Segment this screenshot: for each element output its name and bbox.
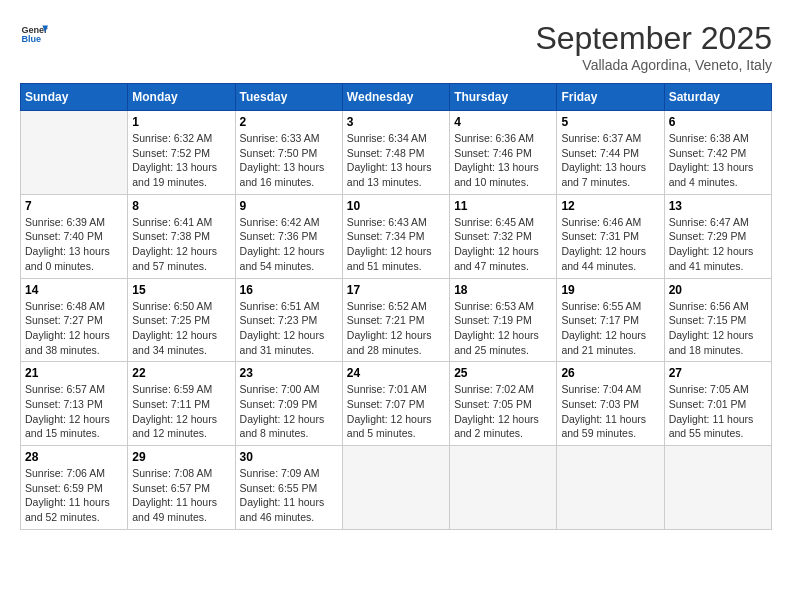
day-detail: Sunrise: 6:39 AM Sunset: 7:40 PM Dayligh…	[25, 215, 123, 274]
calendar-cell	[450, 446, 557, 530]
day-number: 16	[240, 283, 338, 297]
calendar-week-5: 28Sunrise: 7:06 AM Sunset: 6:59 PM Dayli…	[21, 446, 772, 530]
calendar-week-3: 14Sunrise: 6:48 AM Sunset: 7:27 PM Dayli…	[21, 278, 772, 362]
day-number: 29	[132, 450, 230, 464]
calendar-cell: 5Sunrise: 6:37 AM Sunset: 7:44 PM Daylig…	[557, 111, 664, 195]
calendar-cell: 25Sunrise: 7:02 AM Sunset: 7:05 PM Dayli…	[450, 362, 557, 446]
day-number: 19	[561, 283, 659, 297]
calendar-cell: 22Sunrise: 6:59 AM Sunset: 7:11 PM Dayli…	[128, 362, 235, 446]
day-detail: Sunrise: 6:42 AM Sunset: 7:36 PM Dayligh…	[240, 215, 338, 274]
calendar-cell: 16Sunrise: 6:51 AM Sunset: 7:23 PM Dayli…	[235, 278, 342, 362]
calendar-cell: 2Sunrise: 6:33 AM Sunset: 7:50 PM Daylig…	[235, 111, 342, 195]
calendar-cell: 19Sunrise: 6:55 AM Sunset: 7:17 PM Dayli…	[557, 278, 664, 362]
column-header-wednesday: Wednesday	[342, 84, 449, 111]
calendar-cell	[664, 446, 771, 530]
calendar-cell: 11Sunrise: 6:45 AM Sunset: 7:32 PM Dayli…	[450, 194, 557, 278]
day-detail: Sunrise: 6:43 AM Sunset: 7:34 PM Dayligh…	[347, 215, 445, 274]
day-detail: Sunrise: 7:01 AM Sunset: 7:07 PM Dayligh…	[347, 382, 445, 441]
calendar-cell: 29Sunrise: 7:08 AM Sunset: 6:57 PM Dayli…	[128, 446, 235, 530]
column-header-friday: Friday	[557, 84, 664, 111]
day-detail: Sunrise: 6:45 AM Sunset: 7:32 PM Dayligh…	[454, 215, 552, 274]
day-number: 25	[454, 366, 552, 380]
title-block: September 2025 Vallada Agordina, Veneto,…	[535, 20, 772, 73]
calendar-cell: 23Sunrise: 7:00 AM Sunset: 7:09 PM Dayli…	[235, 362, 342, 446]
day-detail: Sunrise: 6:36 AM Sunset: 7:46 PM Dayligh…	[454, 131, 552, 190]
day-detail: Sunrise: 7:00 AM Sunset: 7:09 PM Dayligh…	[240, 382, 338, 441]
day-number: 2	[240, 115, 338, 129]
day-number: 13	[669, 199, 767, 213]
day-detail: Sunrise: 7:04 AM Sunset: 7:03 PM Dayligh…	[561, 382, 659, 441]
calendar-body: 1Sunrise: 6:32 AM Sunset: 7:52 PM Daylig…	[21, 111, 772, 530]
day-detail: Sunrise: 7:05 AM Sunset: 7:01 PM Dayligh…	[669, 382, 767, 441]
calendar-table: SundayMondayTuesdayWednesdayThursdayFrid…	[20, 83, 772, 530]
day-detail: Sunrise: 6:41 AM Sunset: 7:38 PM Dayligh…	[132, 215, 230, 274]
calendar-cell: 27Sunrise: 7:05 AM Sunset: 7:01 PM Dayli…	[664, 362, 771, 446]
calendar-cell: 21Sunrise: 6:57 AM Sunset: 7:13 PM Dayli…	[21, 362, 128, 446]
day-headers-row: SundayMondayTuesdayWednesdayThursdayFrid…	[21, 84, 772, 111]
calendar-cell: 12Sunrise: 6:46 AM Sunset: 7:31 PM Dayli…	[557, 194, 664, 278]
day-detail: Sunrise: 7:08 AM Sunset: 6:57 PM Dayligh…	[132, 466, 230, 525]
calendar-cell: 26Sunrise: 7:04 AM Sunset: 7:03 PM Dayli…	[557, 362, 664, 446]
day-number: 27	[669, 366, 767, 380]
day-detail: Sunrise: 6:57 AM Sunset: 7:13 PM Dayligh…	[25, 382, 123, 441]
calendar-week-2: 7Sunrise: 6:39 AM Sunset: 7:40 PM Daylig…	[21, 194, 772, 278]
day-detail: Sunrise: 6:33 AM Sunset: 7:50 PM Dayligh…	[240, 131, 338, 190]
calendar-cell: 18Sunrise: 6:53 AM Sunset: 7:19 PM Dayli…	[450, 278, 557, 362]
column-header-thursday: Thursday	[450, 84, 557, 111]
day-number: 26	[561, 366, 659, 380]
calendar-cell: 14Sunrise: 6:48 AM Sunset: 7:27 PM Dayli…	[21, 278, 128, 362]
calendar-cell: 13Sunrise: 6:47 AM Sunset: 7:29 PM Dayli…	[664, 194, 771, 278]
day-detail: Sunrise: 7:09 AM Sunset: 6:55 PM Dayligh…	[240, 466, 338, 525]
calendar-header: SundayMondayTuesdayWednesdayThursdayFrid…	[21, 84, 772, 111]
day-number: 8	[132, 199, 230, 213]
day-number: 22	[132, 366, 230, 380]
day-detail: Sunrise: 6:56 AM Sunset: 7:15 PM Dayligh…	[669, 299, 767, 358]
calendar-cell: 10Sunrise: 6:43 AM Sunset: 7:34 PM Dayli…	[342, 194, 449, 278]
day-detail: Sunrise: 6:52 AM Sunset: 7:21 PM Dayligh…	[347, 299, 445, 358]
logo-icon: General Blue	[20, 20, 48, 48]
calendar-cell: 3Sunrise: 6:34 AM Sunset: 7:48 PM Daylig…	[342, 111, 449, 195]
day-number: 3	[347, 115, 445, 129]
day-number: 9	[240, 199, 338, 213]
day-detail: Sunrise: 6:50 AM Sunset: 7:25 PM Dayligh…	[132, 299, 230, 358]
day-number: 14	[25, 283, 123, 297]
calendar-cell: 9Sunrise: 6:42 AM Sunset: 7:36 PM Daylig…	[235, 194, 342, 278]
column-header-monday: Monday	[128, 84, 235, 111]
calendar-cell: 24Sunrise: 7:01 AM Sunset: 7:07 PM Dayli…	[342, 362, 449, 446]
day-detail: Sunrise: 6:48 AM Sunset: 7:27 PM Dayligh…	[25, 299, 123, 358]
day-number: 12	[561, 199, 659, 213]
column-header-saturday: Saturday	[664, 84, 771, 111]
column-header-tuesday: Tuesday	[235, 84, 342, 111]
page-header: General Blue September 2025 Vallada Agor…	[20, 20, 772, 73]
day-number: 11	[454, 199, 552, 213]
day-detail: Sunrise: 6:38 AM Sunset: 7:42 PM Dayligh…	[669, 131, 767, 190]
day-detail: Sunrise: 6:37 AM Sunset: 7:44 PM Dayligh…	[561, 131, 659, 190]
day-number: 24	[347, 366, 445, 380]
day-number: 20	[669, 283, 767, 297]
day-number: 30	[240, 450, 338, 464]
day-detail: Sunrise: 7:06 AM Sunset: 6:59 PM Dayligh…	[25, 466, 123, 525]
calendar-week-1: 1Sunrise: 6:32 AM Sunset: 7:52 PM Daylig…	[21, 111, 772, 195]
svg-text:Blue: Blue	[21, 34, 41, 44]
day-number: 10	[347, 199, 445, 213]
day-number: 5	[561, 115, 659, 129]
day-detail: Sunrise: 6:55 AM Sunset: 7:17 PM Dayligh…	[561, 299, 659, 358]
calendar-cell: 1Sunrise: 6:32 AM Sunset: 7:52 PM Daylig…	[128, 111, 235, 195]
day-detail: Sunrise: 7:02 AM Sunset: 7:05 PM Dayligh…	[454, 382, 552, 441]
day-number: 7	[25, 199, 123, 213]
day-number: 17	[347, 283, 445, 297]
day-detail: Sunrise: 6:34 AM Sunset: 7:48 PM Dayligh…	[347, 131, 445, 190]
calendar-cell: 20Sunrise: 6:56 AM Sunset: 7:15 PM Dayli…	[664, 278, 771, 362]
day-detail: Sunrise: 6:51 AM Sunset: 7:23 PM Dayligh…	[240, 299, 338, 358]
day-detail: Sunrise: 6:47 AM Sunset: 7:29 PM Dayligh…	[669, 215, 767, 274]
day-number: 15	[132, 283, 230, 297]
calendar-cell: 30Sunrise: 7:09 AM Sunset: 6:55 PM Dayli…	[235, 446, 342, 530]
day-number: 6	[669, 115, 767, 129]
calendar-cell: 8Sunrise: 6:41 AM Sunset: 7:38 PM Daylig…	[128, 194, 235, 278]
calendar-week-4: 21Sunrise: 6:57 AM Sunset: 7:13 PM Dayli…	[21, 362, 772, 446]
calendar-cell: 7Sunrise: 6:39 AM Sunset: 7:40 PM Daylig…	[21, 194, 128, 278]
calendar-cell: 6Sunrise: 6:38 AM Sunset: 7:42 PM Daylig…	[664, 111, 771, 195]
day-number: 4	[454, 115, 552, 129]
logo: General Blue	[20, 20, 48, 48]
calendar-cell	[342, 446, 449, 530]
